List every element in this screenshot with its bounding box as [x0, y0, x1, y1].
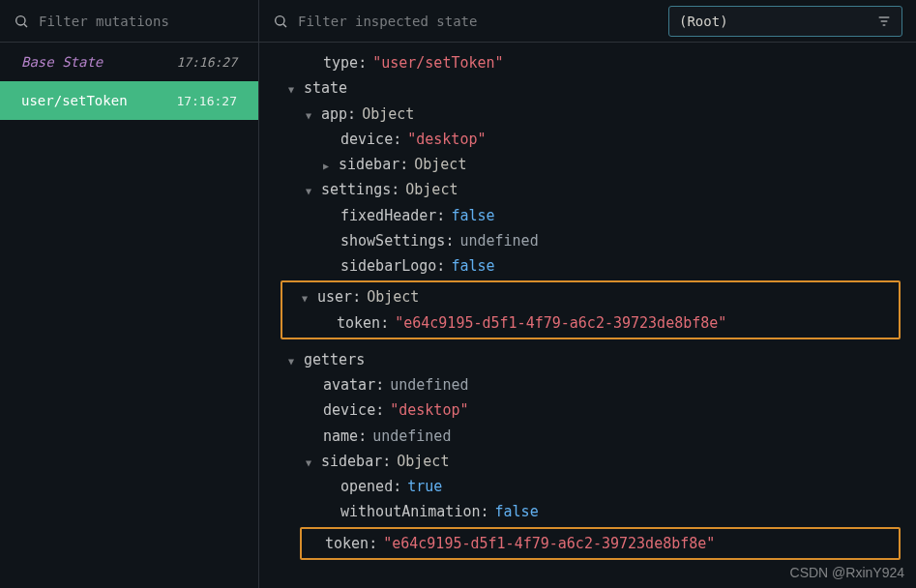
chevron-down-icon[interactable] [306, 107, 317, 125]
svg-line-1 [24, 24, 27, 27]
chevron-down-icon[interactable] [288, 353, 300, 370]
tree-row-device-getter[interactable]: device: "desktop" [275, 397, 916, 423]
mutations-sidebar: Base State 17:16:27 user/setToken 17:16:… [0, 0, 259, 588]
root-selector-label: (Root) [679, 14, 728, 29]
search-icon [14, 14, 29, 29]
tree-row-avatar[interactable]: avatar: undefined [275, 372, 916, 397]
chevron-down-icon[interactable] [302, 290, 313, 308]
chevron-right-icon[interactable] [323, 158, 335, 175]
chevron-down-icon[interactable] [288, 81, 300, 99]
state-search-bar: (Root) [259, 0, 916, 43]
tree-section-getters[interactable]: getters [275, 347, 916, 372]
tree-row-settings[interactable]: settings: Object [275, 177, 916, 202]
tree-row-sidebar[interactable]: sidebar: Object [275, 152, 916, 177]
search-icon [273, 14, 288, 29]
tree-row-sidebarLogo[interactable]: sidebarLogo: false [275, 253, 916, 279]
chevron-down-icon[interactable] [306, 183, 317, 200]
tree-row-user[interactable]: user: Object [294, 284, 899, 309]
mutation-label: Base State [21, 54, 103, 70]
highlight-getter-token: token: "e64c9195-d5f1-4f79-a6c2-39723de8… [300, 527, 901, 560]
root-selector[interactable]: (Root) [668, 6, 902, 37]
state-filter-input[interactable] [298, 14, 659, 29]
tree-row-token[interactable]: token: "e64c9195-d5f1-4f79-a6c2-39723de8… [294, 310, 899, 336]
mutations-filter-input[interactable] [39, 14, 245, 29]
tree-row-showSettings[interactable]: showSettings: undefined [275, 228, 916, 253]
mutations-search-bar [0, 0, 258, 43]
tree-row-type[interactable]: type: "user/setToken" [275, 50, 916, 75]
tree-row-name[interactable]: name: undefined [275, 424, 916, 449]
tree-row-fixedHeader[interactable]: fixedHeader: false [275, 203, 916, 228]
mutation-label: user/setToken [21, 93, 128, 108]
tree-row-sidebar-getter[interactable]: sidebar: Object [275, 449, 916, 474]
mutation-user-setToken[interactable]: user/setToken 17:16:27 [0, 81, 258, 120]
main-panel: (Root) type: "user/setToken" state app: … [259, 0, 916, 588]
tree-row-token-getter[interactable]: token: "e64c9195-d5f1-4f79-a6c2-39723de8… [325, 531, 899, 556]
state-tree: type: "user/setToken" state app: Object … [259, 43, 916, 588]
tree-row-app[interactable]: app: Object [275, 102, 916, 127]
tree-section-state[interactable]: state [275, 75, 916, 101]
filter-icon [876, 14, 892, 29]
mutation-time: 17:16:27 [176, 55, 237, 70]
mutation-list: Base State 17:16:27 user/setToken 17:16:… [0, 43, 258, 588]
tree-row-opened[interactable]: opened: true [275, 474, 916, 499]
svg-point-2 [276, 15, 284, 24]
chevron-down-icon[interactable] [306, 455, 317, 472]
svg-point-0 [16, 15, 25, 24]
mutation-time: 17:16:27 [176, 94, 237, 108]
highlight-user-token: user: Object token: "e64c9195-d5f1-4f79-… [281, 280, 901, 339]
tree-row-device[interactable]: device: "desktop" [275, 127, 916, 152]
tree-row-withoutAnimation[interactable]: withoutAnimation: false [275, 499, 916, 524]
svg-line-3 [283, 24, 286, 27]
mutation-base-state[interactable]: Base State 17:16:27 [0, 43, 258, 81]
